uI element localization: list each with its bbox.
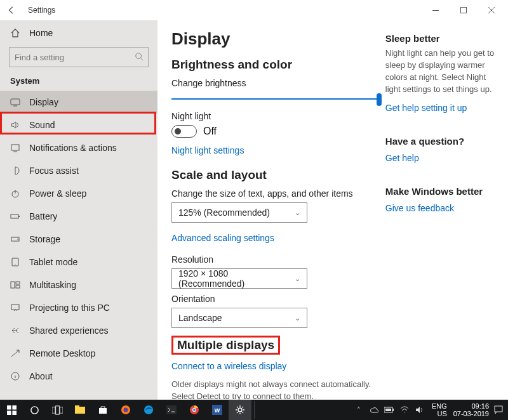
slider-track [171,98,382,100]
tray-up-icon[interactable]: ˄ [353,406,364,414]
sidebar-item-multitask[interactable]: Multitasking [0,273,157,296]
sidebar-item-label: Battery [29,211,57,221]
firefox-icon [121,405,131,415]
edge-icon [144,405,154,415]
taskbar-app-explorer[interactable] [69,400,91,420]
sleep-better-text: Night light can help you get to sleep by… [385,48,497,95]
svg-rect-22 [52,407,55,412]
sleep-better-heading: Sleep better [385,33,497,44]
svg-rect-18 [12,405,17,410]
chevron-down-icon: ⌄ [295,314,300,322]
taskbar-app-store[interactable] [91,400,114,420]
sidebar-item-notifications[interactable]: Notifications & actions [0,136,157,159]
search-input[interactable] [9,47,149,67]
start-button[interactable] [0,400,23,420]
svg-rect-12 [11,282,15,288]
taskbar-app-terminal[interactable] [160,400,183,420]
taskbar-app-chrome[interactable] [183,400,206,420]
svg-rect-25 [75,407,85,414]
tray-locale[interactable]: US [437,410,446,417]
orientation-select[interactable]: Landscape ⌄ [171,308,307,328]
sidebar-item-sound[interactable]: Sound [0,114,157,136]
tray-wifi-icon[interactable] [399,406,410,414]
sidebar-item-projecting[interactable]: Projecting to this PC [0,296,157,319]
home-button[interactable]: Home [0,23,157,43]
sidebar-item-shared[interactable]: Shared experiences [0,319,157,342]
storage-icon [10,234,20,244]
tray-battery-icon[interactable] [384,407,395,413]
chevron-down-icon: ⌄ [295,275,300,283]
close-icon [488,7,495,13]
connect-wireless-link[interactable]: Connect to a wireless display [171,361,286,371]
sidebar-item-label: Shared experiences [29,325,109,336]
multiple-heading: Multiple displays [177,338,274,352]
sound-icon [10,120,20,130]
main-pane: Display Brightness and color Change brig… [171,29,382,395]
minimize-icon [432,10,439,11]
minimize-button[interactable] [422,1,450,19]
sidebar-item-label: Tablet mode [29,257,77,267]
taskbar-app-firefox[interactable] [114,400,137,420]
sidebar-item-tablet[interactable]: Tablet mode [0,251,157,273]
scale-select[interactable]: 125% (Recommended) ⌄ [171,202,307,223]
store-icon [98,405,107,414]
night-light-toggle[interactable] [171,125,197,138]
brightness-slider[interactable] [171,92,382,106]
cortana-button[interactable] [23,400,46,420]
cortana-icon [30,405,39,415]
maximize-button[interactable] [450,1,478,19]
back-button[interactable] [3,6,20,15]
gear-icon [235,405,245,415]
svg-rect-20 [12,410,17,415]
sidebar-item-label: Power & sleep [29,188,86,199]
tray-onedrive-icon[interactable] [368,407,380,413]
sidebar-item-display[interactable]: Display [0,91,157,114]
night-light-label: Night light [171,111,382,121]
taskbar-app-word[interactable]: W [206,400,229,420]
sidebar-item-label: About [29,371,53,381]
home-label: Home [29,28,53,38]
sidebar-item-remote[interactable]: Remote Desktop [0,342,157,365]
svg-rect-0 [432,10,439,11]
sidebar-item-label: Notifications & actions [29,143,117,153]
svg-rect-3 [11,99,20,105]
question-heading: Have a question? [385,136,497,147]
taskview-icon [52,405,63,415]
svg-rect-1 [461,8,467,13]
resolution-select[interactable]: 1920 × 1080 (Recommended) ⌄ [171,268,307,289]
svg-rect-13 [16,282,20,284]
tray-clock[interactable]: 09:16 07-03-2019 [453,402,489,417]
home-icon [10,28,20,38]
remote-icon [10,348,20,358]
advanced-scaling-link[interactable]: Advanced scaling settings [171,233,274,243]
get-help-link[interactable]: Get help [385,153,419,163]
tray-action-center[interactable] [493,405,504,414]
sidebar-item-label: Display [29,97,58,107]
svg-rect-42 [495,406,502,412]
svg-rect-23 [55,405,59,414]
better-heading: Make Windows better [385,186,497,197]
svg-rect-17 [7,405,11,410]
category-label: System [0,74,157,91]
tray-volume-icon[interactable] [414,406,425,414]
scale-heading: Scale and layout [171,168,382,182]
taskbar-app-edge[interactable] [137,400,160,420]
sleep-help-link[interactable]: Get help setting it up [385,103,467,113]
svg-rect-40 [392,409,394,411]
window-title: Settings [28,6,55,15]
close-button[interactable] [478,1,505,19]
sidebar-item-label: Storage [29,234,60,244]
taskview-button[interactable] [46,400,69,420]
sidebar-item-about[interactable]: About [0,365,157,388]
sidebar-item-focus[interactable]: Focus assist [0,159,157,182]
feedback-link[interactable]: Give us feedback [385,203,454,213]
taskbar-app-settings[interactable] [229,400,251,420]
brightness-heading: Brightness and color [171,58,382,72]
night-light-settings-link[interactable]: Night light settings [171,145,244,155]
sidebar-item-battery[interactable]: Battery [0,205,157,228]
scale-value: 125% (Recommended) [178,207,270,218]
sidebar-item-power[interactable]: Power & sleep [0,182,157,205]
sidebar-item-storage[interactable]: Storage [0,228,157,251]
notifications-icon [10,143,20,153]
tray-lang[interactable]: ENG [432,402,447,410]
